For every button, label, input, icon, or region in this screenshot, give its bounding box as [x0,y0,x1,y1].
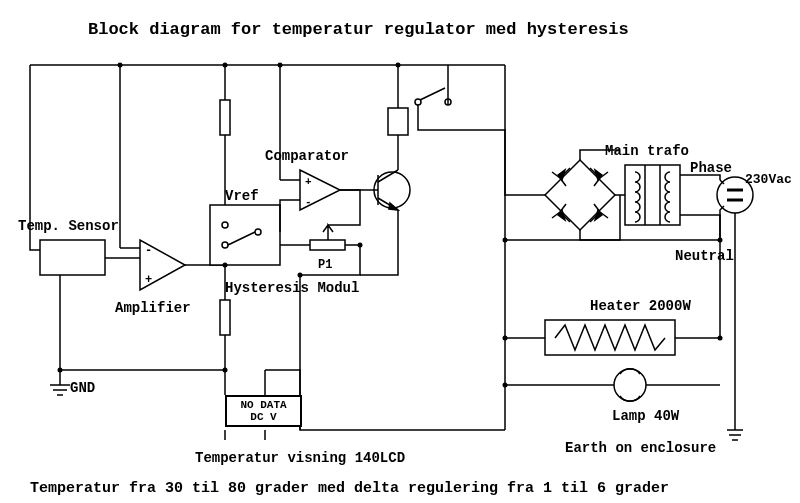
lcd-display: NO DATA DC V [225,395,302,427]
heater-label: Heater 2000W [590,298,691,314]
svg-point-19 [614,369,646,401]
vref-label: Vref [225,188,259,204]
svg-rect-9 [310,240,345,250]
main-trafo-label: Main trafo [605,143,689,159]
p1-label: P1 [318,258,332,272]
svg-text:+: + [305,176,312,188]
svg-point-30 [718,336,723,341]
svg-point-8 [255,229,261,235]
comparator-label: Comparator [265,148,349,164]
lamp-label: Lamp 40W [612,408,679,424]
earth-label: Earth on enclosure [565,440,716,456]
svg-rect-5 [210,205,280,265]
footer-text: Temperatur fra 30 til 80 grader med delt… [30,480,669,497]
amplifier-label: Amplifier [115,300,191,316]
svg-text:-: - [145,244,152,258]
svg-point-24 [223,263,228,268]
svg-point-21 [223,63,228,68]
svg-rect-0 [40,240,105,275]
neutral-label: Neutral [675,248,734,264]
temperatur-visning-label: Temperatur visning 140LCD [195,450,405,466]
svg-point-14 [415,99,421,105]
svg-point-29 [503,383,508,388]
svg-point-7 [222,242,228,248]
svg-point-32 [358,243,363,248]
svg-point-22 [278,63,283,68]
temp-sensor-label: Temp. Sensor [18,218,119,234]
svg-rect-13 [388,108,408,135]
voltage-label: 230Vac [745,172,792,187]
svg-point-12 [374,172,410,208]
svg-point-25 [223,368,228,373]
svg-point-28 [503,336,508,341]
svg-point-33 [298,273,303,278]
svg-point-6 [222,222,228,228]
svg-point-27 [503,238,508,243]
svg-text:-: - [305,196,312,208]
svg-point-23 [396,63,401,68]
svg-point-20 [118,63,123,68]
svg-point-26 [58,368,63,373]
phase-label: Phase [690,160,732,176]
svg-rect-3 [220,100,230,135]
svg-rect-4 [220,300,230,335]
lcd-line1: NO DATA [231,399,296,411]
svg-point-31 [718,238,723,243]
hysteresis-modul-label: Hysteresis Modul [225,280,359,296]
svg-text:+: + [145,273,152,287]
svg-rect-16 [625,165,680,225]
lcd-line2: DC V [231,411,296,423]
gnd-label: GND [70,380,95,396]
